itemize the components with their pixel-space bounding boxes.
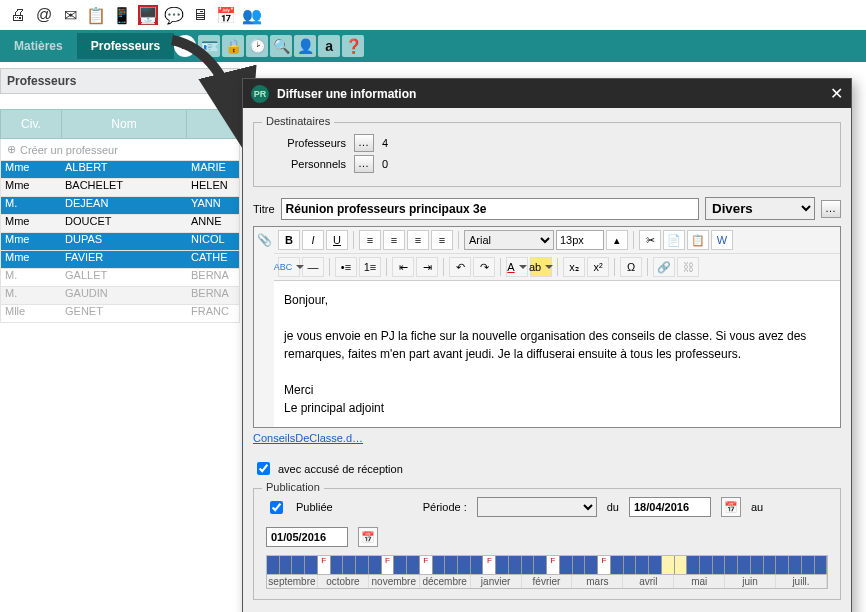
date-to-input[interactable] bbox=[266, 527, 348, 547]
table-row[interactable]: MmeALBERTMARIE bbox=[0, 161, 240, 179]
col-prenom[interactable] bbox=[187, 110, 239, 138]
broadcast-icon[interactable]: 🖥️ bbox=[138, 5, 158, 25]
print-icon[interactable]: 🖨 bbox=[8, 5, 28, 25]
recipients-legend: Destinataires bbox=[262, 115, 334, 127]
col-nom[interactable]: Nom bbox=[61, 110, 187, 138]
search-icon[interactable]: 🔍 bbox=[270, 35, 292, 57]
close-icon[interactable]: ✕ bbox=[830, 84, 843, 103]
list-ul-button[interactable]: •≡ bbox=[335, 257, 357, 277]
ack-label: avec accusé de réception bbox=[278, 463, 403, 475]
align-justify-button[interactable]: ≡ bbox=[431, 230, 453, 250]
year-timeline[interactable]: FFFFFF septembreoctobrenovembredécembrej… bbox=[266, 555, 828, 589]
mail-icon[interactable]: ✉ bbox=[60, 5, 80, 25]
table-row[interactable]: MmeDOUCETANNE bbox=[0, 215, 240, 233]
tab-matieres[interactable]: Matières bbox=[0, 33, 77, 59]
table-row[interactable]: M.GALLETBERNA bbox=[0, 269, 240, 287]
professeurs-label: Professeurs bbox=[266, 137, 346, 149]
spellcheck-button[interactable]: ABC bbox=[278, 257, 300, 277]
list-ol-button[interactable]: 1≡ bbox=[359, 257, 381, 277]
text-a-icon[interactable]: a bbox=[318, 35, 340, 57]
redo-button[interactable]: ↷ bbox=[473, 257, 495, 277]
main-toolbar: 🖨 @ ✉ 📋 📱 🖥️ 💬 🖥 📅 👥 bbox=[0, 0, 866, 30]
rich-editor: 📎 B I U ≡ ≡ ≡ ≡ Arial ▴ ✂ 📄 bbox=[253, 226, 841, 428]
list-icon[interactable]: ≡ bbox=[174, 35, 196, 57]
date-from-input[interactable] bbox=[629, 497, 711, 517]
pick-personnels-button[interactable]: … bbox=[354, 155, 374, 173]
font-size-input[interactable] bbox=[556, 230, 604, 250]
personnels-count: 0 bbox=[382, 158, 388, 170]
category-select[interactable]: Divers bbox=[705, 197, 815, 220]
outdent-button[interactable]: ⇤ bbox=[392, 257, 414, 277]
subscript-button[interactable]: x₂ bbox=[563, 257, 585, 277]
calendar-icon[interactable]: 📅 bbox=[216, 5, 236, 25]
text-color-button[interactable]: A bbox=[506, 257, 528, 277]
periode-select[interactable] bbox=[477, 497, 597, 517]
table-row[interactable]: M.DEJEANYANN bbox=[0, 197, 240, 215]
titre-label: Titre bbox=[253, 203, 275, 215]
symbol-button[interactable]: Ω bbox=[620, 257, 642, 277]
publication-legend: Publication bbox=[262, 481, 324, 493]
periode-label: Période : bbox=[423, 501, 467, 513]
copy-button[interactable]: 📄 bbox=[663, 230, 685, 250]
superscript-button[interactable]: x² bbox=[587, 257, 609, 277]
bold-button[interactable]: B bbox=[278, 230, 300, 250]
paperclip-icon[interactable]: 📎 bbox=[257, 233, 272, 247]
meeting-icon[interactable]: 👥 bbox=[242, 5, 262, 25]
modal-titlebar: PR Diffuser une information ✕ bbox=[243, 79, 851, 108]
compose-icon[interactable]: 📋 bbox=[86, 5, 106, 25]
titre-input[interactable] bbox=[281, 198, 699, 220]
table-row[interactable]: M.GAUDINBERNA bbox=[0, 287, 240, 305]
app-badge-icon: PR bbox=[251, 85, 269, 103]
highlight-button[interactable]: ab bbox=[530, 257, 552, 277]
professeurs-count: 4 bbox=[382, 137, 388, 149]
time-icon[interactable]: 🕑 bbox=[246, 35, 268, 57]
personnels-label: Personnels bbox=[266, 158, 346, 170]
col-civ[interactable]: Civ. bbox=[1, 110, 61, 138]
sort-control[interactable]: ▾Tri bbox=[0, 94, 240, 109]
undo-button[interactable]: ↶ bbox=[449, 257, 471, 277]
person-icon[interactable]: 👤 bbox=[294, 35, 316, 57]
category-more-button[interactable]: … bbox=[821, 200, 841, 218]
lock-icon[interactable]: 🔒 bbox=[222, 35, 244, 57]
table-header: Civ. Nom bbox=[0, 109, 240, 139]
chat-icon[interactable]: 💬 bbox=[164, 5, 184, 25]
pick-professeurs-button[interactable]: … bbox=[354, 134, 374, 152]
table-row[interactable]: MlleGENETFRANC bbox=[0, 305, 240, 323]
editor-textarea[interactable]: Bonjour, je vous envoie en PJ la fiche s… bbox=[274, 280, 840, 427]
add-icon: ⊕ bbox=[7, 143, 16, 156]
panel-title: Professeurs bbox=[0, 68, 240, 94]
date-to-picker-icon[interactable]: 📅 bbox=[358, 527, 378, 547]
fontsize-up-button[interactable]: ▴ bbox=[606, 230, 628, 250]
monitor-icon[interactable]: 🖥 bbox=[190, 5, 210, 25]
paste-word-button[interactable]: W bbox=[711, 230, 733, 250]
paste-button[interactable]: 📋 bbox=[687, 230, 709, 250]
align-right-button[interactable]: ≡ bbox=[407, 230, 429, 250]
tab-bar: Matières Professeurs ≡ 🪪 🔒 🕑 🔍 👤 a ❓ bbox=[0, 30, 866, 62]
align-center-button[interactable]: ≡ bbox=[383, 230, 405, 250]
unlink-button[interactable]: ⛓ bbox=[677, 257, 699, 277]
date-from-picker-icon[interactable]: 📅 bbox=[721, 497, 741, 517]
ack-checkbox[interactable] bbox=[257, 462, 270, 475]
attachment-link[interactable]: ConseilsDeClasse.d… bbox=[253, 432, 363, 444]
question-icon[interactable]: ❓ bbox=[342, 35, 364, 57]
font-family-select[interactable]: Arial bbox=[464, 230, 554, 250]
cut-button[interactable]: ✂ bbox=[639, 230, 661, 250]
modal-title-text: Diffuser une information bbox=[277, 87, 416, 101]
align-left-button[interactable]: ≡ bbox=[359, 230, 381, 250]
editor-toolbar-1: B I U ≡ ≡ ≡ ≡ Arial ▴ ✂ 📄 📋 W bbox=[274, 227, 840, 253]
device-icon[interactable]: 📱 bbox=[112, 5, 132, 25]
underline-button[interactable]: U bbox=[326, 230, 348, 250]
italic-button[interactable]: I bbox=[302, 230, 324, 250]
hr-button[interactable]: — bbox=[302, 257, 324, 277]
publiee-checkbox[interactable] bbox=[270, 501, 283, 514]
card-icon[interactable]: 🪪 bbox=[198, 35, 220, 57]
table-row[interactable]: MmeFAVIERCATHE bbox=[0, 251, 240, 269]
create-professor-row[interactable]: ⊕Créer un professeur bbox=[0, 139, 240, 161]
du-label: du bbox=[607, 501, 619, 513]
table-row[interactable]: MmeDUPASNICOL bbox=[0, 233, 240, 251]
table-row[interactable]: MmeBACHELETHELEN bbox=[0, 179, 240, 197]
at-icon[interactable]: @ bbox=[34, 5, 54, 25]
indent-button[interactable]: ⇥ bbox=[416, 257, 438, 277]
tab-professeurs[interactable]: Professeurs bbox=[77, 33, 174, 59]
link-button[interactable]: 🔗 bbox=[653, 257, 675, 277]
